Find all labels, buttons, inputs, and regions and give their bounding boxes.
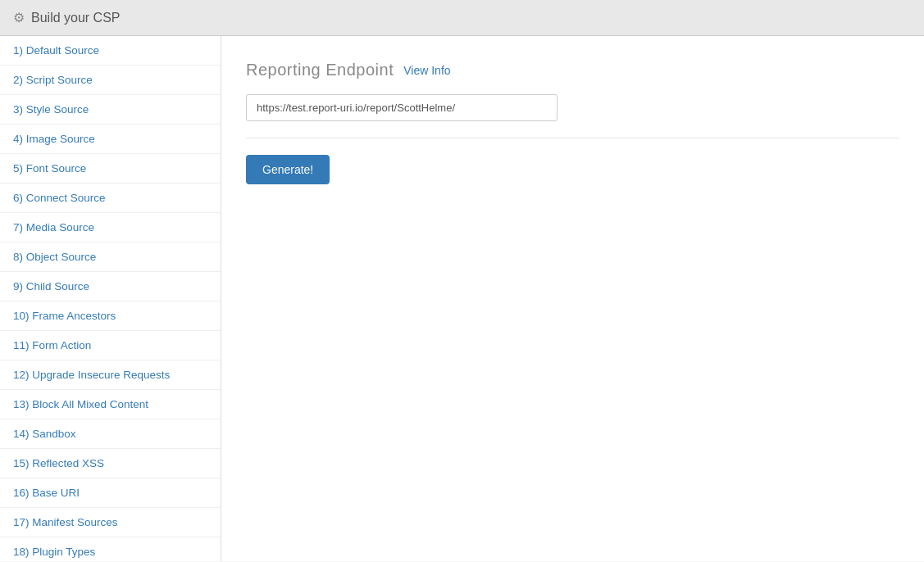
view-info-link[interactable]: View Info [403, 64, 450, 77]
sidebar-item-17[interactable]: 17) Manifest Sources [0, 508, 221, 537]
divider [246, 138, 899, 138]
gear-icon: ⚙ [13, 10, 25, 25]
sidebar-item-3[interactable]: 3) Style Source [0, 95, 221, 125]
sidebar-item-14[interactable]: 14) Sandbox [0, 419, 221, 449]
sidebar-item-11[interactable]: 11) Form Action [0, 331, 221, 360]
content-area: Reporting Endpoint View Info Generate! [221, 36, 924, 561]
page-title: Build your CSP [31, 11, 121, 25]
sidebar-item-2[interactable]: 2) Script Source [0, 66, 221, 95]
sidebar-item-16[interactable]: 16) Base URI [0, 478, 221, 508]
sidebar-item-4[interactable]: 4) Image Source [0, 125, 221, 154]
sidebar-item-6[interactable]: 6) Connect Source [0, 184, 221, 213]
generate-button[interactable]: Generate! [246, 155, 330, 184]
sidebar-item-5[interactable]: 5) Font Source [0, 154, 221, 184]
sidebar-item-13[interactable]: 13) Block All Mixed Content [0, 390, 221, 419]
sidebar-item-8[interactable]: 8) Object Source [0, 242, 221, 272]
sidebar-item-9[interactable]: 9) Child Source [0, 272, 221, 301]
reporting-endpoint-input[interactable] [246, 94, 558, 121]
sidebar: 1) Default Source2) Script Source3) Styl… [0, 36, 221, 561]
sidebar-item-15[interactable]: 15) Reflected XSS [0, 449, 221, 478]
sidebar-item-1[interactable]: 1) Default Source [0, 36, 221, 66]
sidebar-item-7[interactable]: 7) Media Source [0, 213, 221, 242]
sidebar-item-12[interactable]: 12) Upgrade Insecure Requests [0, 360, 221, 390]
sidebar-item-10[interactable]: 10) Frame Ancestors [0, 301, 221, 331]
main-layout: 1) Default Source2) Script Source3) Styl… [0, 36, 924, 561]
title-row: Reporting Endpoint View Info [246, 61, 899, 79]
page-header: ⚙ Build your CSP [0, 0, 924, 36]
section-title: Reporting Endpoint [246, 61, 394, 79]
input-row [246, 94, 899, 121]
sidebar-item-18[interactable]: 18) Plugin Types [0, 537, 221, 561]
